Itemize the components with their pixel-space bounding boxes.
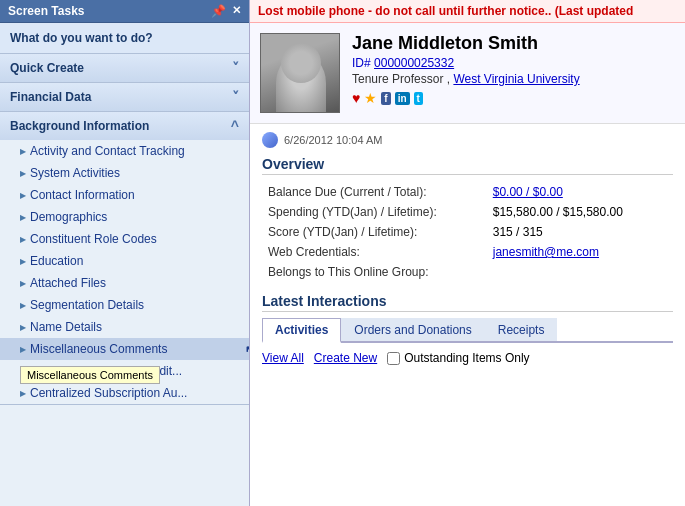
tab-activities[interactable]: Activities xyxy=(262,318,341,343)
content-body: 6/26/2012 10:04 AM Overview Balance Due … xyxy=(250,124,685,506)
overview-label-0: Balance Due (Current / Total): xyxy=(264,183,487,201)
university-link[interactable]: West Virginia University xyxy=(453,72,579,86)
overview-section: Overview Balance Due (Current / Total): … xyxy=(262,156,673,283)
profile-name: Jane Middleton Smith xyxy=(352,33,675,54)
overview-value-2: 315 / 315 xyxy=(489,223,671,241)
tabs-row: Activities Orders and Donations Receipts xyxy=(262,318,673,343)
sidebar-scroll-area: Quick Create ˅ Financial Data ˅ Backgrou… xyxy=(0,54,249,506)
tri-icon-8: ▶ xyxy=(20,323,26,332)
profile-id-row: ID# 000000025332 xyxy=(352,56,675,70)
table-row: Belongs to This Online Group: xyxy=(264,263,671,281)
sidebar-header-controls: 📌 ✕ xyxy=(211,4,241,18)
tab-actions: View All Create New Outstanding Items On… xyxy=(262,347,673,369)
overview-title: Overview xyxy=(262,156,673,175)
tab-orders-donations[interactable]: Orders and Donations xyxy=(341,318,484,341)
table-row: Spending (YTD(Jan) / Lifetime): $15,580.… xyxy=(264,203,671,221)
section-background-info: Background Information ^ ▶ Activity and … xyxy=(0,112,249,405)
table-row: Balance Due (Current / Total): $0.00 / $… xyxy=(264,183,671,201)
profile-info: Jane Middleton Smith ID# 000000025332 Te… xyxy=(352,33,675,113)
sidebar-item-label-5: Education xyxy=(30,254,83,268)
sidebar-item-label-9: Miscellaneous Comments xyxy=(30,342,167,356)
tri-icon-4: ▶ xyxy=(20,235,26,244)
create-new-link[interactable]: Create New xyxy=(314,351,377,365)
linkedin-icon[interactable]: in xyxy=(395,92,410,105)
overview-label-1: Spending (YTD(Jan) / Lifetime): xyxy=(264,203,487,221)
sidebar-item-activity-tracking[interactable]: ▶ Activity and Contact Tracking xyxy=(0,140,249,162)
tri-icon-0: ▶ xyxy=(20,147,26,156)
quick-create-toggle[interactable]: Quick Create ˅ xyxy=(0,54,249,82)
alert-banner: Lost mobile phone - do not call until fu… xyxy=(250,0,685,23)
table-row: Web Credentials: janesmith@me.com xyxy=(264,243,671,261)
sidebar-item-misc-comments[interactable]: ▶ Miscellaneous Comments ↖ Miscellaneous… xyxy=(0,338,249,360)
profile-title-text: Tenure Professor , xyxy=(352,72,450,86)
financial-data-arrow: ˅ xyxy=(232,89,239,105)
background-info-toggle[interactable]: Background Information ^ xyxy=(0,112,249,140)
view-all-link[interactable]: View All xyxy=(262,351,304,365)
star-icon[interactable]: ★ xyxy=(364,90,377,106)
sidebar: Screen Tasks 📌 ✕ What do you want to do?… xyxy=(0,0,250,506)
what-to-do-label: What do you want to do? xyxy=(0,23,249,54)
sidebar-item-centralized-sub[interactable]: ▶ Centralized Subscription Au... xyxy=(0,382,249,404)
sidebar-item-label-3: Demographics xyxy=(30,210,107,224)
overview-label-2: Score (YTD(Jan) / Lifetime): xyxy=(264,223,487,241)
facebook-icon[interactable]: f xyxy=(381,92,390,105)
profile-photo-img xyxy=(261,33,339,113)
close-icon[interactable]: ✕ xyxy=(232,4,241,18)
tri-icon-1: ▶ xyxy=(20,169,26,178)
overview-value-4 xyxy=(489,263,671,281)
id-prefix: ID# xyxy=(352,56,371,70)
sidebar-item-demographics[interactable]: ▶ Demographics xyxy=(0,206,249,228)
background-info-label: Background Information xyxy=(10,119,149,133)
financial-data-toggle[interactable]: Financial Data ˅ xyxy=(0,83,249,111)
outstanding-items-checkbox[interactable] xyxy=(387,352,400,365)
financial-data-label: Financial Data xyxy=(10,90,91,104)
quick-create-arrow: ˅ xyxy=(232,60,239,76)
tri-icon-3: ▶ xyxy=(20,213,26,222)
overview-value-3[interactable]: janesmith@me.com xyxy=(489,243,671,261)
mouse-cursor: ↖ xyxy=(244,340,249,362)
overview-value-0[interactable]: $0.00 / $0.00 xyxy=(489,183,671,201)
table-row: Score (YTD(Jan) / Lifetime): 315 / 315 xyxy=(264,223,671,241)
profile-photo xyxy=(260,33,340,113)
interactions-section: Latest Interactions Activities Orders an… xyxy=(262,293,673,369)
sidebar-item-role-codes[interactable]: ▶ Constituent Role Codes xyxy=(0,228,249,250)
sidebar-item-label-7: Segmentation Details xyxy=(30,298,144,312)
tab-receipts[interactable]: Receipts xyxy=(485,318,558,341)
sidebar-item-contact-info[interactable]: ▶ Contact Information xyxy=(0,184,249,206)
heart-icon[interactable]: ♥ xyxy=(352,90,360,106)
pin-icon[interactable]: 📌 xyxy=(211,4,226,18)
tri-icon-7: ▶ xyxy=(20,301,26,310)
sidebar-item-segmentation[interactable]: ▶ Segmentation Details xyxy=(0,294,249,316)
overview-value-1: $15,580.00 / $15,580.00 xyxy=(489,203,671,221)
sidebar-item-education[interactable]: ▶ Education xyxy=(0,250,249,272)
tri-icon-11: ▶ xyxy=(20,389,26,398)
background-info-arrow: ^ xyxy=(231,118,239,134)
sidebar-item-system-activities[interactable]: ▶ System Activities xyxy=(0,162,249,184)
sidebar-item-name-details[interactable]: ▶ Name Details xyxy=(0,316,249,338)
background-info-items: ▶ Activity and Contact Tracking ▶ System… xyxy=(0,140,249,404)
alert-text: Lost mobile phone - do not call until fu… xyxy=(258,4,633,18)
sidebar-item-label-6: Attached Files xyxy=(30,276,106,290)
update-row: 6/26/2012 10:04 AM xyxy=(262,132,673,148)
twitter-icon[interactable]: t xyxy=(414,92,423,105)
profile-title-row: Tenure Professor , West Virginia Univers… xyxy=(352,72,675,86)
tri-icon-2: ▶ xyxy=(20,191,26,200)
sidebar-item-label-4: Constituent Role Codes xyxy=(30,232,157,246)
main-content: Lost mobile phone - do not call until fu… xyxy=(250,0,685,506)
interactions-title: Latest Interactions xyxy=(262,293,673,312)
sidebar-item-label-1: System Activities xyxy=(30,166,120,180)
tri-icon-6: ▶ xyxy=(20,279,26,288)
sidebar-item-attached-files[interactable]: ▶ Attached Files xyxy=(0,272,249,294)
overview-label-4: Belongs to This Online Group: xyxy=(264,263,487,281)
misc-comments-tooltip: Miscellaneous Comments xyxy=(20,366,160,384)
id-number[interactable]: 000000025332 xyxy=(374,56,454,70)
sidebar-item-label-11: Centralized Subscription Au... xyxy=(30,386,187,400)
section-financial-data: Financial Data ˅ xyxy=(0,83,249,112)
overview-label-3: Web Credentials: xyxy=(264,243,487,261)
profile-social-icons: ♥ ★ f in t xyxy=(352,90,675,106)
section-quick-create: Quick Create ˅ xyxy=(0,54,249,83)
profile-section: Jane Middleton Smith ID# 000000025332 Te… xyxy=(250,23,685,124)
overview-table: Balance Due (Current / Total): $0.00 / $… xyxy=(262,181,673,283)
update-date: 6/26/2012 10:04 AM xyxy=(284,134,382,146)
sidebar-item-label-8: Name Details xyxy=(30,320,102,334)
